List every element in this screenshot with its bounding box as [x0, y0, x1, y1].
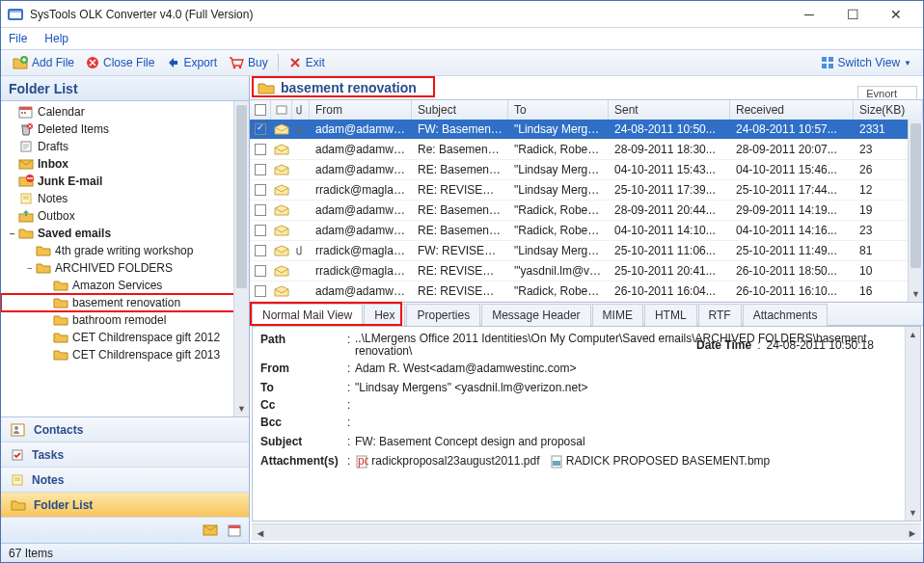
row-checkbox[interactable] — [250, 164, 271, 175]
export-button[interactable]: Export — [160, 51, 223, 74]
folder-tree[interactable]: CalendarDeleted ItemsDraftsInboxJunk E-m… — [1, 101, 249, 416]
scroll-thumb[interactable] — [236, 105, 247, 288]
tree-label: Deleted Items — [38, 122, 109, 136]
cell-from: rradick@maglaw... — [310, 183, 412, 197]
email-row[interactable]: adam@adamwes...RE: Basement Co..."Radick… — [250, 221, 923, 241]
maximize-button[interactable]: ☐ — [831, 2, 874, 27]
col-received[interactable]: Received — [730, 100, 854, 120]
tree-scrollbar[interactable]: ▲ ▼ — [233, 101, 249, 416]
tab-html[interactable]: HTML — [644, 304, 697, 326]
tree-item[interactable]: CET Childrenspace gift 2012 — [1, 329, 249, 346]
tree-item[interactable]: Notes — [1, 190, 249, 207]
tab-mime[interactable]: MIME — [592, 304, 643, 326]
nav-mail-icon[interactable] — [203, 523, 218, 537]
notes-icon — [11, 473, 24, 487]
detail-scrollbar[interactable]: ▲ ▼ — [905, 327, 920, 521]
tab-rtf[interactable]: RTF — [698, 304, 742, 326]
folder-icon — [36, 243, 51, 258]
attachment-1[interactable]: radickproposal23august2011.pdf — [371, 454, 539, 468]
dropdown-icon: ▼ — [904, 59, 911, 67]
tree-twisty[interactable]: − — [24, 263, 36, 274]
col-from[interactable]: From — [310, 100, 412, 120]
menu-help[interactable]: Help — [44, 32, 68, 45]
tab-message-header[interactable]: Message Header — [481, 304, 590, 326]
tab-normal-mail-view[interactable]: Normal Mail View — [252, 304, 363, 326]
scroll-up-icon[interactable]: ▲ — [906, 327, 920, 342]
tree-item[interactable]: Outbox — [1, 207, 249, 225]
col-sent[interactable]: Sent — [609, 100, 730, 120]
exit-button[interactable]: Exit — [283, 51, 331, 74]
scroll-down-icon[interactable]: ▼ — [909, 286, 923, 302]
cell-to: '"yasdnil.lm@veri... — [508, 264, 609, 278]
tree-item[interactable]: 4th grade writing workshop — [1, 242, 249, 259]
tree-item[interactable]: basement renovation — [1, 294, 249, 311]
email-row[interactable]: rradick@maglaw...FW: REVISED PR..."Linds… — [250, 241, 923, 261]
row-checkbox[interactable] — [250, 265, 271, 277]
row-checkbox[interactable] — [250, 144, 271, 155]
grid-scrollbar[interactable]: ▲ ▼ — [908, 120, 923, 302]
nav-contacts[interactable]: Contacts — [1, 417, 249, 442]
tab-hex[interactable]: Hex — [364, 304, 405, 326]
tree-item[interactable]: Drafts — [1, 138, 249, 155]
cell-to: "Radick, Robert ... — [508, 224, 609, 237]
tree-label: Drafts — [38, 140, 68, 153]
tree-item[interactable]: −Saved emails — [1, 225, 249, 242]
switchview-button[interactable]: Switch View ▼ — [815, 51, 917, 74]
col-checkbox[interactable] — [250, 100, 271, 120]
tree-item[interactable]: Inbox — [1, 155, 249, 173]
attachment-icon — [292, 123, 310, 135]
minimize-button[interactable]: ─ — [788, 2, 830, 27]
tree-item[interactable]: bathroom remodel — [1, 311, 249, 329]
menu-file[interactable]: File — [9, 32, 27, 45]
tree-item[interactable]: Calendar — [1, 103, 249, 121]
attachment-2[interactable]: RADICK PROPOSED BASEMENT.bmp — [566, 454, 770, 468]
row-checkbox[interactable] — [250, 285, 271, 297]
nav-calendar-icon[interactable] — [228, 523, 241, 537]
row-checkbox[interactable] — [250, 245, 271, 256]
scroll-left-icon[interactable]: ◄ — [252, 527, 269, 539]
col-attachment[interactable] — [292, 100, 310, 120]
nav-tasks[interactable]: Tasks — [1, 442, 249, 468]
scroll-right-icon[interactable]: ► — [904, 527, 921, 539]
closefile-button[interactable]: Close File — [80, 51, 160, 74]
scroll-down-icon[interactable]: ▼ — [234, 401, 249, 416]
close-button[interactable]: ✕ — [875, 2, 917, 27]
email-row[interactable]: adam@adamwes...RE: REVISED PR..."Radick,… — [250, 282, 923, 302]
nav-folderlist[interactable]: Folder List — [1, 493, 249, 518]
email-row[interactable]: adam@adamwes...RE: Basement Co..."Lindsa… — [250, 160, 923, 180]
tree-item[interactable]: Deleted Items — [1, 121, 249, 138]
col-subject[interactable]: Subject — [412, 100, 508, 120]
folder-icon — [53, 278, 68, 293]
email-row[interactable]: rradick@maglaw...RE: REVISED PR...'"yasd… — [250, 261, 923, 282]
email-row[interactable]: adam@adamwes...Re: Basement Co..."Radick… — [250, 140, 923, 160]
tree-twisty[interactable]: − — [7, 228, 18, 239]
tab-properties[interactable]: Properties — [406, 304, 480, 326]
email-row[interactable]: rradick@maglaw...RE: REVISED PR..."Linds… — [250, 180, 923, 201]
email-row[interactable]: adam@adamwes...RE: Basement Co..."Radick… — [250, 201, 923, 221]
tree-label: Amazon Services — [72, 279, 162, 292]
addfile-button[interactable]: Add File — [7, 51, 80, 74]
scroll-down-icon[interactable]: ▼ — [906, 505, 920, 521]
col-size[interactable]: Size(KB) — [854, 100, 923, 120]
buy-button[interactable]: Buy — [223, 51, 274, 74]
email-row[interactable]: adam@adamwes...FW: Basement C..."Lindsay… — [250, 120, 923, 140]
detail-hscrollbar[interactable]: ◄ ► — [252, 523, 921, 541]
tree-item[interactable]: −ARCHIVED FOLDERS — [1, 259, 249, 277]
drafts-icon — [18, 139, 34, 154]
tab-attachments[interactable]: Attachments — [743, 304, 829, 326]
row-checkbox[interactable] — [250, 225, 271, 236]
row-checkbox[interactable] — [250, 204, 271, 216]
tree-item[interactable]: CET Childrenspace gift 2013 — [1, 346, 249, 363]
nav-notes[interactable]: Notes — [1, 468, 249, 493]
folderlist-title: Folder List — [9, 81, 78, 96]
row-checkbox[interactable] — [250, 184, 271, 196]
col-icon[interactable] — [271, 100, 292, 120]
tree-item[interactable]: Junk E-mail — [1, 173, 249, 190]
row-checkbox[interactable] — [250, 123, 271, 135]
tree-item[interactable]: Amazon Services — [1, 277, 249, 294]
col-to[interactable]: To — [508, 100, 609, 120]
cell-received: 24-08-2011 10:57... — [730, 122, 854, 136]
datetime-value: 24-08-2011 10:50:18 — [766, 338, 873, 352]
scroll-thumb[interactable] — [910, 123, 921, 268]
junk-icon — [18, 174, 34, 189]
